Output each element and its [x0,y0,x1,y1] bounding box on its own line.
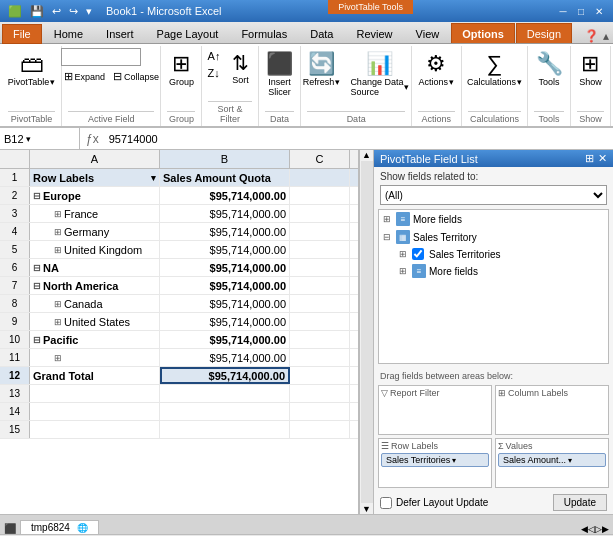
cell-b2[interactable]: $95,714,000.00 [160,187,290,204]
tab-insert[interactable]: Insert [95,23,145,43]
scroll-sheets-right2-icon[interactable]: ▷ [595,524,602,534]
scroll-sheets-left2-icon[interactable]: ◁ [588,524,595,534]
group-button[interactable]: ⊞ Group [165,48,198,90]
cell-b6[interactable]: $95,714,000.00 [160,259,290,276]
cell-b12[interactable]: $95,714,000.00 [160,367,290,384]
col-header-c[interactable]: C [290,150,350,168]
cell-b1[interactable]: Sales Amount Quota [160,169,290,186]
cell-a3[interactable]: ⊞France [30,205,160,222]
tab-page-layout[interactable]: Page Layout [146,23,230,43]
help-icon[interactable]: ❓ [584,29,599,43]
values-chip[interactable]: Sales Amount... ▾ [498,453,606,467]
minimize-button[interactable]: ─ [555,4,571,18]
cell-a2[interactable]: ⊟Europe [30,187,160,204]
new-sheet-icon[interactable]: ⬛ [4,523,16,534]
collapse-field-button[interactable]: ⊟ Collapse [110,68,162,85]
cell-b4[interactable]: $95,714,000.00 [160,223,290,240]
pivottable-button[interactable]: 🗃 PivotTable ▾ [4,48,60,90]
panel-close-icon[interactable]: ✕ [598,152,607,165]
defer-checkbox[interactable] [380,497,392,509]
list-item[interactable]: ⊞ Sales Territories [379,246,608,262]
col-header-a[interactable]: A [30,150,160,168]
cell-a14[interactable] [30,403,160,420]
tools-button[interactable]: 🔧 Tools [532,48,567,90]
cell-b10[interactable]: $95,714,000.00 [160,331,290,348]
list-item[interactable]: ⊞ ≡ More fields [379,262,608,280]
cell-a9[interactable]: ⊞United States [30,313,160,330]
cell-a8[interactable]: ⊞Canada [30,295,160,312]
cell-b8[interactable]: $95,714,000.00 [160,295,290,312]
expand-field-button[interactable]: ⊞ Expand [61,68,109,85]
cell-a6[interactable]: ⊟NA [30,259,160,276]
save-icon[interactable]: 💾 [28,5,46,18]
cell-a11[interactable]: ⊞ [30,349,160,366]
panel-options-icon[interactable]: ⊞ [585,152,594,165]
cell-b3[interactable]: $95,714,000.00 [160,205,290,222]
refresh-button[interactable]: 🔄 Refresh ▾ [299,48,345,90]
sort-az-button[interactable]: A↑ [205,48,225,64]
cell-a13[interactable] [30,385,160,402]
tab-data[interactable]: Data [299,23,344,43]
list-item[interactable]: ⊟ ▦ Sales Territory [379,228,608,246]
sheet-tab-icon: 🌐 [77,523,88,533]
cell-a1[interactable]: Row Labels ▾ [30,169,160,186]
cell-b7[interactable]: $95,714,000.00 [160,277,290,294]
scroll-sheets-right-icon[interactable]: ▶ [602,524,609,534]
cell-a10[interactable]: ⊟Pacific [30,331,160,348]
tab-view[interactable]: View [405,23,451,43]
show-button[interactable]: ⊞ Show [575,48,606,90]
tab-formulas[interactable]: Formulas [230,23,298,43]
minimize-ribbon-icon[interactable]: ▴ [603,29,609,43]
cell-b9[interactable]: $95,714,000.00 [160,313,290,330]
row-labels-chip[interactable]: Sales Territories ▾ [381,453,489,467]
cell-b11[interactable]: $95,714,000.00 [160,349,290,366]
insert-slicer-button[interactable]: ⬛ InsertSlicer [262,48,297,100]
actions-button[interactable]: ⚙ Actions ▾ [415,48,459,90]
list-item[interactable]: ⊞ ≡ More fields [379,210,608,228]
scroll-sheets-left-icon[interactable]: ◀ [581,524,588,534]
calculations-button[interactable]: ∑ Calculations ▾ [463,48,526,90]
cell-b15[interactable] [160,421,290,438]
customize-icon[interactable]: ▾ [84,5,94,18]
sales-territories-checkbox[interactable] [412,248,424,260]
cell-b14[interactable] [160,403,290,420]
tab-review[interactable]: Review [345,23,403,43]
undo-icon[interactable]: ↩ [50,5,63,18]
change-data-source-button[interactable]: 📊 Change DataSource ▾ [346,48,413,100]
close-button[interactable]: ✕ [591,4,607,18]
cell-a12[interactable]: Grand Total [30,367,160,384]
sheet-tab-tmp6824[interactable]: tmp6824 🌐 [20,520,99,534]
cell-b5[interactable]: $95,714,000.00 [160,241,290,258]
scroll-thumb[interactable] [361,161,373,503]
sort-za-button[interactable]: Z↓ [205,65,225,81]
scroll-down-icon[interactable]: ▼ [362,504,371,514]
sort-button[interactable]: ⇅ Sort [226,48,256,88]
tab-home[interactable]: Home [43,23,94,43]
cell-b13[interactable] [160,385,290,402]
pivottable-icon: 🗃 [20,51,44,77]
update-button[interactable]: Update [553,494,607,511]
fields-dropdown[interactable]: (All) [380,185,607,205]
active-field-group-label: Active Field [68,111,154,124]
col-header-b[interactable]: B [160,150,290,168]
pivottable-group-label: PivotTable [8,111,55,124]
cell-a15[interactable] [30,421,160,438]
active-field-input[interactable] [61,48,141,66]
values-chip-dropdown-icon: ▾ [568,456,572,465]
maximize-button[interactable]: □ [573,4,589,18]
tab-design[interactable]: Design [516,23,572,43]
vertical-scrollbar[interactable]: ▲ ▼ [359,150,373,514]
formula-input[interactable] [105,133,613,145]
defer-label: Defer Layout Update [396,497,488,508]
cell-a4[interactable]: ⊞Germany [30,223,160,240]
redo-icon[interactable]: ↪ [67,5,80,18]
cell-a7[interactable]: ⊟North America [30,277,160,294]
tab-options[interactable]: Options [451,23,515,43]
cell-a5[interactable]: ⊞United Kingdom [30,241,160,258]
cell-c11 [290,349,350,366]
cell-ref-box[interactable]: B12 ▾ [0,128,80,149]
tab-file[interactable]: File [2,24,42,44]
change-data-source-icon: 📊 [366,51,393,77]
group-icon: ⊞ [172,51,190,77]
scroll-up-icon[interactable]: ▲ [362,150,371,160]
